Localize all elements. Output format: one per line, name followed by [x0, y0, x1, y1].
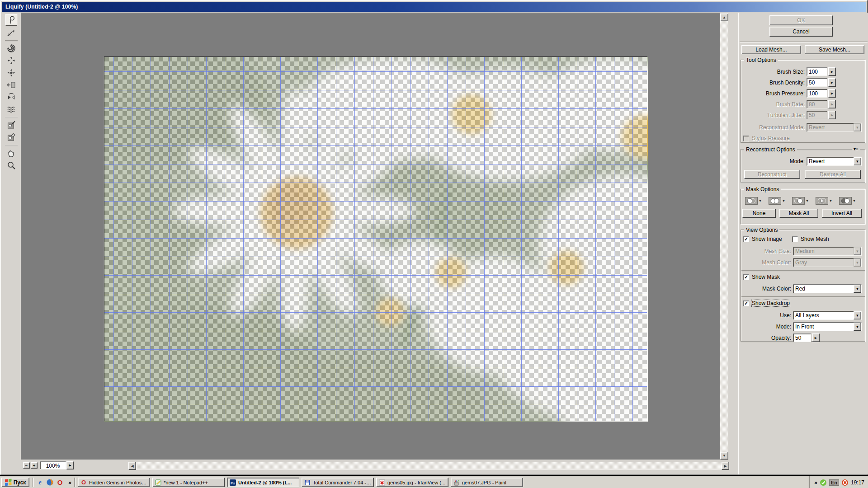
brush-size-stepper[interactable]: ▶: [828, 67, 836, 76]
bloat-tool[interactable]: [5, 67, 17, 79]
tray-opera-icon[interactable]: [841, 479, 849, 486]
horizontal-scrollbar[interactable]: ◀ ▶: [128, 462, 729, 470]
scroll-up-button[interactable]: ▲: [720, 14, 728, 21]
mask-intersect-icon: [816, 197, 828, 205]
task-irfanview[interactable]: gems05.jpg - IrfanView (...: [376, 478, 448, 487]
task-notepadpp[interactable]: *new 1 - Notepad++: [152, 478, 225, 487]
mask-invert-icon: [839, 197, 852, 205]
load-mesh-label: Load Mesh...: [755, 47, 787, 53]
thaw-mask-tool[interactable]: [5, 131, 17, 143]
scroll-right-button[interactable]: ▶: [722, 462, 729, 470]
mask-options-group: [741, 189, 865, 224]
canvas-area[interactable]: [21, 13, 720, 460]
liquify-preview-image[interactable]: [104, 56, 647, 421]
mask-subtract-button[interactable]: ▼: [792, 197, 809, 205]
zoom-in-button[interactable]: +: [31, 462, 38, 469]
mirror-tool[interactable]: [5, 91, 17, 103]
use-dropdown[interactable]: All Layers ▼: [793, 311, 862, 320]
show-image-checkbox[interactable]: ✓ Show Image: [743, 236, 782, 242]
dropdown-arrow-icon[interactable]: ▼: [854, 323, 861, 331]
opacity-stepper[interactable]: ▶: [812, 333, 820, 342]
mask-add-button[interactable]: ▼: [769, 197, 785, 205]
forward-warp-tool[interactable]: [5, 14, 17, 26]
zoom-menu-button[interactable]: ▶: [66, 461, 74, 469]
vertical-scrollbar[interactable]: ▲ ▼: [720, 14, 728, 460]
zoom-tool[interactable]: [5, 160, 17, 171]
turbulence-icon: [6, 104, 16, 114]
task-total-commander[interactable]: Total Commander 7.04 - ...: [302, 478, 374, 487]
mask-none-button[interactable]: None: [742, 209, 776, 218]
push-left-tool[interactable]: [5, 79, 17, 91]
turbulence-tool[interactable]: [5, 103, 17, 115]
stepper-arrow-icon: ▶: [831, 103, 833, 106]
task-photoshop-untitled2[interactable]: Ps Untitled-2 @ 100% (L...: [227, 478, 299, 487]
show-backdrop-checkbox[interactable]: ✓ Show Backdrop: [743, 300, 790, 306]
hand-tool[interactable]: [5, 147, 17, 159]
cancel-button[interactable]: Cancel: [769, 27, 833, 37]
tray-antivirus-icon[interactable]: [820, 479, 827, 486]
show-mesh-checkbox[interactable]: Show Mesh: [792, 236, 829, 242]
brush-pressure-stepper[interactable]: ▶: [828, 89, 836, 98]
pucker-icon: [6, 56, 16, 66]
quick-launch-firefox-icon[interactable]: [46, 479, 54, 486]
quick-launch-opera-icon[interactable]: O: [56, 479, 64, 486]
reconstruct-options-mode-dropdown[interactable]: Revert ▼: [807, 157, 862, 166]
scroll-down-button[interactable]: ▼: [720, 452, 728, 460]
irfanview-icon: [378, 479, 386, 486]
zoom-level-field[interactable]: 100%: [40, 461, 66, 469]
reconstruct-tool[interactable]: [5, 27, 17, 38]
mask-replace-button[interactable]: ▼: [745, 197, 762, 205]
tray-chevron-icon[interactable]: »: [814, 479, 817, 486]
brush-density-field[interactable]: 50: [807, 78, 827, 87]
brush-density-stepper[interactable]: ▶: [828, 78, 836, 87]
magnifier-icon: [6, 160, 16, 170]
check-icon: ✓: [744, 301, 748, 306]
flyout-menu-icon[interactable]: ▾≡: [852, 146, 860, 151]
tool-separator: [5, 117, 18, 118]
start-button[interactable]: Пуск: [1, 478, 29, 487]
stepper-arrow-icon: ▶: [831, 81, 833, 84]
show-mask-checkbox[interactable]: ✓ Show Mask: [743, 274, 780, 280]
brush-density-label: Brush Density:: [741, 80, 805, 86]
mask-color-dropdown[interactable]: Red ▼: [793, 284, 862, 293]
clock[interactable]: 19:17: [851, 479, 864, 486]
scroll-left-button[interactable]: ◀: [128, 462, 136, 470]
task-paint[interactable]: gems07.JPG - Paint: [451, 478, 523, 487]
reconstruct-button[interactable]: Reconstruct: [744, 170, 800, 179]
quick-launch-ie-icon[interactable]: e: [36, 479, 44, 486]
zoom-out-button[interactable]: −: [23, 462, 30, 469]
opacity-field[interactable]: 50: [793, 333, 811, 342]
show-backdrop-label: Show Backdrop: [752, 300, 790, 306]
backdrop-mode-dropdown[interactable]: In Front ▼: [793, 322, 862, 331]
mask-invert-button[interactable]: ▼: [839, 197, 856, 205]
ok-button[interactable]: OK: [769, 15, 833, 25]
mask-replace-icon: [745, 197, 758, 205]
view-options-title: View Options: [744, 227, 779, 233]
dropdown-arrow-icon[interactable]: ▼: [854, 311, 861, 319]
task-hidden-gems[interactable]: O Hidden Gems in Photosh...: [78, 478, 150, 487]
restore-all-button[interactable]: Restore All: [805, 170, 861, 179]
opacity-value: 50: [795, 335, 801, 341]
pucker-tool[interactable]: [5, 55, 17, 66]
use-label: Use:: [741, 312, 791, 319]
turbulent-jitter-stepper: ▶: [828, 111, 836, 119]
twirl-clockwise-tool[interactable]: [5, 42, 17, 54]
titlebar[interactable]: Liquify (Untitled-2 @ 100%): [2, 2, 866, 12]
mask-all-button[interactable]: Mask All: [779, 209, 818, 218]
dropdown-arrow-icon[interactable]: ▼: [854, 157, 861, 165]
dropdown-arrow-icon[interactable]: ▼: [854, 285, 861, 293]
zoom-level-value: 100%: [46, 463, 60, 469]
freeze-mask-tool[interactable]: [5, 119, 17, 131]
brush-pressure-field[interactable]: 100: [807, 89, 827, 98]
invert-all-label: Invert All: [831, 210, 852, 216]
load-mesh-button[interactable]: Load Mesh...: [741, 45, 801, 54]
reconstruct-options-mode-value: Revert: [809, 158, 853, 164]
brush-size-field[interactable]: 100: [807, 67, 827, 76]
language-indicator[interactable]: En: [829, 479, 839, 486]
quick-launch-overflow-chevron-icon[interactable]: »: [66, 479, 74, 486]
invert-all-button[interactable]: Invert All: [822, 209, 862, 218]
mask-intersect-button[interactable]: ▼: [816, 197, 832, 205]
reconstruct-mode-dropdown: Revert ▼: [807, 123, 862, 132]
taskbar-separator: [33, 478, 34, 487]
save-mesh-button[interactable]: Save Mesh...: [805, 45, 864, 54]
